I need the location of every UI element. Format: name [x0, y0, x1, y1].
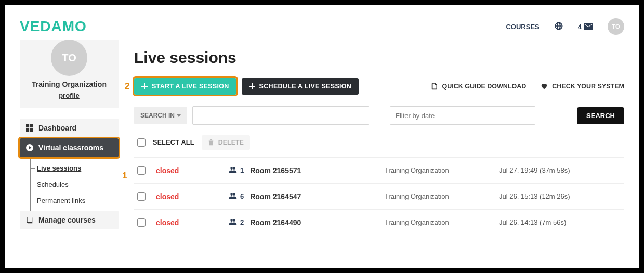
action-bar: 2 START A LIVE SESSION SCHEDULE A LIVE S…: [134, 78, 624, 95]
room-cell[interactable]: 6Room 2164547: [229, 192, 385, 201]
nav-virtual-label: Virtual classrooms: [38, 144, 103, 152]
book-icon: [26, 216, 33, 224]
check-system-label: CHECK YOUR SYSTEM: [552, 83, 624, 90]
users-icon: [229, 166, 237, 175]
select-all-checkbox[interactable]: [137, 138, 146, 147]
topbar-right: COURSES 4 TO: [506, 18, 624, 35]
plus-icon: [141, 83, 148, 89]
users-icon: [229, 218, 237, 227]
mail-indicator[interactable]: 4: [578, 23, 593, 31]
check-system-link[interactable]: CHECK YOUR SYSTEM: [541, 83, 624, 90]
nav-dashboard-label: Dashboard: [38, 124, 76, 132]
org-cell: Training Organization: [385, 166, 499, 174]
grid-icon: [26, 124, 33, 132]
org-cell: Training Organization: [385, 218, 499, 226]
profile-org: Training Organization: [25, 80, 113, 88]
participant-count: 2: [240, 218, 244, 226]
search-in-label: SEARCH IN: [140, 112, 175, 119]
toolbar: SEARCH IN SEARCH: [134, 106, 624, 125]
globe-icon[interactable]: [554, 21, 563, 32]
page-title: Live sessions: [134, 49, 624, 67]
nav-manage-label: Manage courses: [38, 216, 96, 224]
profile-avatar: TO: [51, 40, 87, 76]
nav-sub-permanent-label: Permanent links: [37, 197, 85, 204]
svg-marker-10: [177, 114, 181, 117]
table-row: closed6Room 2164547Training Organization…: [134, 183, 624, 209]
start-live-label: START A LIVE SESSION: [152, 83, 229, 90]
delete-button[interactable]: DELETE: [202, 135, 250, 150]
schedule-live-label: SCHEDULE A LIVE SESSION: [259, 83, 352, 90]
svg-rect-2: [26, 128, 29, 132]
room-cell[interactable]: 1Room 2165571: [229, 166, 385, 175]
start-live-session-button[interactable]: START A LIVE SESSION: [134, 78, 236, 95]
download-icon: [431, 83, 438, 90]
search-button[interactable]: SEARCH: [577, 107, 624, 124]
time-cell: Jul 26, 15:13 (12m 26s): [499, 192, 570, 200]
svg-rect-7: [141, 86, 148, 87]
logo: VEDAMO: [20, 18, 87, 35]
play-circle-icon: [26, 144, 33, 151]
svg-rect-3: [30, 128, 33, 132]
nav-sub-live[interactable]: Live sessions: [31, 160, 119, 176]
room-name: Room 2164490: [250, 218, 301, 227]
session-list: closed1Room 2165571Training Organization…: [134, 157, 624, 235]
nav-virtual-classrooms[interactable]: Virtual classrooms: [20, 138, 119, 157]
participant-count: 6: [240, 192, 244, 200]
room-cell[interactable]: 2Room 2164490: [229, 218, 385, 227]
row-checkbox[interactable]: [137, 166, 146, 175]
nav-manage-courses[interactable]: Manage courses: [20, 211, 119, 229]
filter-date-input[interactable]: [390, 106, 535, 125]
row-checkbox[interactable]: [137, 192, 146, 201]
quick-guide-link[interactable]: QUICK GUIDE DOWNLOAD: [431, 83, 527, 90]
row-checkbox[interactable]: [137, 218, 146, 227]
room-name: Room 2164547: [250, 192, 301, 201]
caret-down-icon: [177, 113, 181, 118]
schedule-live-session-button[interactable]: SCHEDULE A LIVE SESSION: [242, 78, 359, 95]
svg-rect-1: [30, 124, 33, 127]
org-cell: Training Organization: [385, 192, 499, 200]
avatar[interactable]: TO: [608, 18, 624, 35]
nav-sub-schedules[interactable]: Schedules: [31, 176, 119, 192]
trash-icon: [208, 139, 214, 146]
svg-rect-9: [249, 86, 255, 87]
profile-card: TO Training Organization profile: [20, 40, 119, 108]
status-badge: closed: [156, 218, 229, 227]
nav: Dashboard Virtual classrooms Live sessio…: [20, 119, 119, 229]
search-input[interactable]: [192, 106, 369, 125]
mail-count: 4: [578, 23, 582, 31]
main: Live sessions 2 START A LIVE SESSION SCH…: [134, 45, 624, 235]
select-row: SELECT ALL DELETE: [134, 131, 624, 157]
table-row: closed2Room 2164490Training Organization…: [134, 209, 624, 235]
annotation-1: 1: [122, 171, 127, 181]
select-all-label: SELECT ALL: [153, 139, 194, 146]
nav-sub-live-label: Live sessions: [37, 164, 81, 172]
courses-link[interactable]: COURSES: [506, 23, 539, 31]
participant-count: 1: [240, 166, 244, 174]
nav-virtual-sub: Live sessions Schedules Permanent links: [30, 158, 119, 211]
nav-sub-permanent[interactable]: Permanent links: [31, 192, 119, 209]
mail-icon: [584, 23, 593, 30]
table-row: closed1Room 2165571Training Organization…: [134, 157, 624, 183]
heartbeat-icon: [541, 83, 548, 90]
profile-link[interactable]: profile: [59, 92, 80, 99]
status-badge: closed: [156, 166, 229, 175]
search-in-dropdown[interactable]: SEARCH IN: [134, 107, 187, 124]
status-badge: closed: [156, 192, 229, 201]
plus-icon: [249, 83, 255, 89]
svg-rect-0: [26, 124, 29, 127]
annotation-2: 2: [125, 81, 129, 92]
nav-dashboard[interactable]: Dashboard: [20, 119, 119, 137]
quick-guide-label: QUICK GUIDE DOWNLOAD: [442, 83, 527, 90]
nav-sub-schedules-label: Schedules: [37, 180, 69, 188]
time-cell: Jul 27, 19:49 (37m 58s): [499, 166, 570, 174]
users-icon: [229, 192, 237, 201]
delete-label: DELETE: [218, 139, 244, 146]
sidebar: TO Training Organization profile Dashboa…: [20, 45, 119, 235]
time-cell: Jul 26, 14:13 (7m 56s): [499, 218, 566, 226]
topbar: VEDAMO COURSES 4 TO: [20, 15, 624, 38]
room-name: Room 2165571: [250, 166, 301, 175]
